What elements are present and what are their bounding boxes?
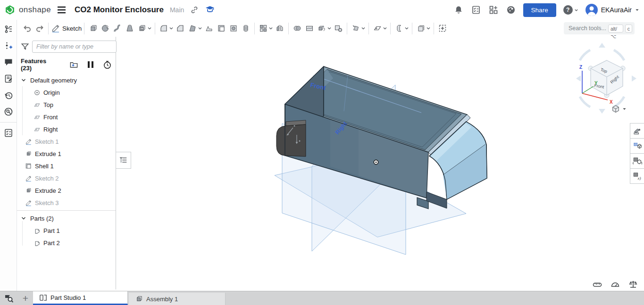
mirror-button[interactable]: [274, 22, 286, 35]
sketch-button-label: Sketch: [62, 25, 82, 32]
feature-item-part-2[interactable]: Part 2: [17, 237, 116, 249]
comments-icon[interactable]: [3, 57, 14, 67]
feature-item-extrude-2[interactable]: Extrude 2: [17, 184, 116, 197]
view-cube[interactable]: Top Front Right Z X Y: [576, 43, 636, 114]
sketch-button[interactable]: Sketch: [51, 22, 82, 35]
rib-button[interactable]: [203, 22, 215, 35]
search-model-icon[interactable]: [3, 107, 14, 117]
transform-dropdown-caret[interactable]: [326, 22, 332, 35]
features-count-label: Features (23): [21, 58, 56, 72]
pause-rebuild-icon[interactable]: [86, 60, 95, 69]
split-button[interactable]: [303, 22, 316, 35]
tree-divider: [17, 210, 116, 211]
chamfer-button[interactable]: [174, 22, 186, 35]
feature-item-right[interactable]: Right: [17, 123, 116, 135]
origin-marker[interactable]: [374, 160, 378, 164]
tabs-container: Part Studio 1Assembly 1: [33, 291, 226, 305]
surface-dropdown-caret[interactable]: [404, 22, 410, 35]
main-menu-icon[interactable]: [56, 5, 67, 15]
discover-icon[interactable]: [506, 5, 516, 15]
hole-button[interactable]: [227, 22, 240, 35]
plane-dropdown-caret[interactable]: [382, 22, 388, 35]
toolbar-divider: [434, 23, 434, 34]
feature-item-sketch-3[interactable]: Sketch 3: [17, 197, 116, 209]
rebuild-statistics-icon[interactable]: [103, 60, 112, 69]
feature-item-label: Part 1: [43, 227, 60, 234]
configured-features-panel-button[interactable]: [630, 153, 644, 169]
redo-button[interactable]: [33, 22, 46, 35]
feature-item-front[interactable]: Front: [17, 111, 116, 123]
tab-search-icon[interactable]: [0, 291, 18, 305]
sweep-button[interactable]: [111, 22, 124, 35]
avatar[interactable]: [585, 4, 598, 16]
left-rail: [0, 20, 17, 291]
checklist-icon[interactable]: [3, 128, 14, 138]
feature-item-sketch-1[interactable]: Sketch 1: [17, 135, 116, 148]
versions-icon[interactable]: [3, 24, 14, 34]
draft-dropdown-caret[interactable]: [197, 22, 203, 35]
user-name: EKAuraAir: [601, 6, 632, 14]
feature-item-shell-1[interactable]: Shell 1: [17, 160, 116, 172]
filter-input[interactable]: [32, 41, 117, 53]
document-tab-bar: + Part Studio 1Assembly 1: [0, 291, 644, 305]
mass-properties-icon[interactable]: [628, 279, 638, 289]
document-title[interactable]: CO2 Monitor Enclosure: [75, 5, 164, 15]
feature-item-origin[interactable]: Origin: [17, 86, 116, 99]
user-menu[interactable]: EKAuraAir: [585, 4, 639, 16]
delete-part-button[interactable]: [332, 22, 344, 35]
revolve-button[interactable]: [99, 22, 111, 35]
collapse-feature-tree-tab[interactable]: [116, 152, 131, 169]
thread-button[interactable]: [240, 22, 252, 35]
variables-panel-button[interactable]: x): [630, 168, 644, 184]
appearance-panel-button[interactable]: [630, 123, 644, 139]
thicken-dropdown-caret[interactable]: [147, 22, 152, 35]
feature-item-top[interactable]: Top: [17, 99, 116, 111]
linear-pattern-dropdown-caret[interactable]: [268, 22, 274, 35]
right-panel-rail: x): [630, 124, 644, 184]
feature-item-sketch-2[interactable]: Sketch 2: [17, 172, 116, 184]
follow-icon[interactable]: [3, 41, 14, 51]
help-icon[interactable]: ?: [563, 5, 573, 15]
shell-button[interactable]: [215, 22, 227, 35]
move-face-dropdown-caret[interactable]: [360, 22, 366, 35]
notifications-icon[interactable]: [453, 5, 464, 15]
extrude-button[interactable]: [87, 22, 99, 35]
help-menu[interactable]: ?: [563, 5, 578, 15]
partstudio-icon: [39, 294, 47, 302]
search-tools-input[interactable]: Search tools...alt/⌥c: [564, 22, 635, 34]
feature-item-default-geometry[interactable]: Default geometry: [17, 74, 116, 86]
graphics-area[interactable]: Front Right Top F: [116, 37, 644, 291]
add-folder-icon[interactable]: [69, 60, 78, 69]
angle-measure-icon[interactable]: [610, 279, 620, 289]
share-button[interactable]: Share: [523, 3, 556, 17]
learning-center-icon[interactable]: [205, 5, 215, 15]
view-options-button[interactable]: [611, 105, 627, 113]
tab-assembly-1[interactable]: Assembly 1: [129, 293, 226, 305]
undo-button[interactable]: [21, 22, 33, 35]
onshape-logo-icon[interactable]: [5, 5, 15, 15]
feature-item-part-1[interactable]: Part 1: [17, 224, 116, 237]
link-icon[interactable]: [189, 5, 200, 15]
configurations-panel-button[interactable]: [630, 138, 644, 154]
custom-feature-button[interactable]: [436, 22, 449, 35]
boolean-button[interactable]: [291, 22, 303, 35]
filter-icon[interactable]: [21, 42, 29, 51]
tasks-icon[interactable]: [471, 5, 481, 15]
measure-icon[interactable]: [592, 279, 602, 289]
feature-item-parts-2-[interactable]: Parts (2): [17, 212, 116, 224]
tab-part-studio-1[interactable]: Part Studio 1: [33, 291, 128, 305]
toolbar-divider: [254, 23, 255, 34]
feature-item-label: Sketch 3: [35, 199, 59, 206]
gray-end-cap[interactable]: [276, 120, 306, 157]
view-cube-body[interactable]: Top Front Right: [588, 60, 625, 98]
workspace-name[interactable]: Main: [170, 6, 184, 14]
composite-part-dropdown-caret[interactable]: [426, 22, 431, 35]
fillet-dropdown-caret[interactable]: [168, 22, 174, 35]
feature-item-extrude-1[interactable]: Extrude 1: [17, 148, 116, 160]
app-store-icon[interactable]: [488, 5, 499, 15]
history-icon[interactable]: [3, 90, 14, 100]
insert-tab-button[interactable]: +: [18, 291, 33, 305]
release-notes-icon[interactable]: [3, 74, 14, 84]
loft-button[interactable]: [124, 22, 136, 35]
onshape-wordmark: onshape: [19, 5, 51, 15]
